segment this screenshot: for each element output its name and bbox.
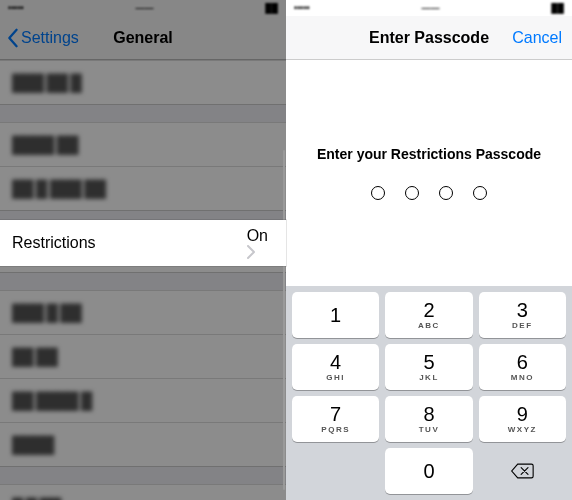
list-item[interactable]: ███ ██ █	[0, 60, 286, 104]
status-bar: •••••——██	[286, 0, 572, 16]
list-item[interactable]: ██ ██	[0, 334, 286, 378]
restrictions-value: On	[247, 227, 268, 244]
cancel-button[interactable]: Cancel	[512, 29, 562, 47]
keypad-7[interactable]: 7PQRS	[292, 396, 379, 442]
keypad-backspace[interactable]	[479, 448, 566, 494]
list-item[interactable]: ████	[0, 422, 286, 466]
passcode-dot	[405, 186, 419, 200]
settings-general-screen: •••••——██ Settings General ███ ██ █ ████…	[0, 0, 286, 500]
restrictions-row[interactable]: Restrictions On	[0, 220, 286, 266]
nav-bar: Enter Passcode Cancel	[286, 16, 572, 60]
list-item[interactable]: ████ ██	[0, 122, 286, 166]
keypad-8[interactable]: 8TUV	[385, 396, 472, 442]
keypad-1[interactable]: 1	[292, 292, 379, 338]
list-item[interactable]: ██ ████ █	[0, 378, 286, 422]
passcode-dot	[371, 186, 385, 200]
keypad-4[interactable]: 4GHI	[292, 344, 379, 390]
list-item[interactable]: ██ █ ███ ██	[0, 166, 286, 210]
keypad-0[interactable]: 0	[385, 448, 472, 494]
prompt-text: Enter your Restrictions Passcode	[317, 146, 541, 162]
restrictions-label: Restrictions	[12, 234, 96, 252]
chevron-left-icon	[6, 28, 19, 48]
chevron-right-icon	[247, 245, 274, 259]
page-title: General	[113, 29, 173, 47]
passcode-dots	[371, 186, 487, 200]
page-title: Enter Passcode	[369, 29, 489, 47]
keypad-empty	[292, 448, 379, 494]
numeric-keypad: 1 2ABC 3DEF 4GHI 5JKL 6MNO 7PQRS 8TUV 9W…	[286, 286, 572, 500]
keypad-6[interactable]: 6MNO	[479, 344, 566, 390]
passcode-dot	[439, 186, 453, 200]
passcode-screen: •••••——██ Enter Passcode Cancel Enter yo…	[286, 0, 572, 500]
passcode-dot	[473, 186, 487, 200]
keypad-9[interactable]: 9WXYZ	[479, 396, 566, 442]
back-button[interactable]: Settings	[6, 28, 79, 48]
list-item[interactable]: █ █ ██	[0, 484, 286, 500]
scrollbar[interactable]	[283, 150, 286, 490]
keypad-3[interactable]: 3DEF	[479, 292, 566, 338]
keypad-5[interactable]: 5JKL	[385, 344, 472, 390]
prompt-area: Enter your Restrictions Passcode	[286, 60, 572, 286]
status-bar: •••••——██	[0, 0, 286, 16]
keypad-2[interactable]: 2ABC	[385, 292, 472, 338]
back-label: Settings	[21, 29, 79, 47]
backspace-icon	[510, 462, 534, 480]
settings-list: ███ ██ █ ████ ██ ██ █ ███ ██ ███ █ ██ ██…	[0, 60, 286, 500]
list-item[interactable]: ███ █ ██	[0, 290, 286, 334]
nav-bar: Settings General	[0, 16, 286, 60]
